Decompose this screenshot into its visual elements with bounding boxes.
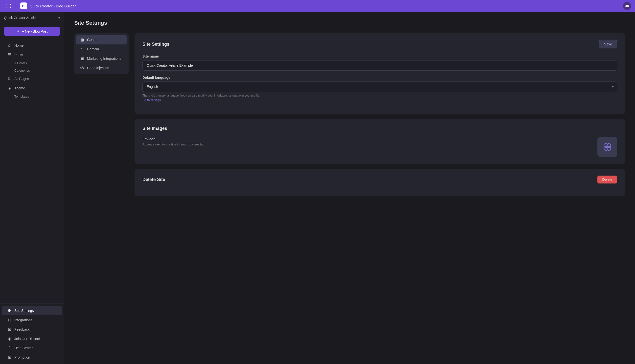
site-images-title: Site Images <box>142 126 167 131</box>
site-settings-panel: Site Settings Save Site name Default lan… <box>134 33 625 114</box>
go-to-settings-link[interactable]: Go to settings <box>142 98 161 102</box>
sidebar-item-feedback[interactable]: ⊡ Feedback <box>2 325 62 334</box>
sidebar: Quick Creator Article... ▾ ＋ + New Blog … <box>0 12 64 364</box>
delete-site-panel: Delete Site Delete <box>134 169 625 196</box>
pages-icon: ⧉ <box>7 76 12 81</box>
general-icon: ▦ <box>80 38 85 42</box>
posts-icon: ☰ <box>7 52 12 57</box>
language-label: Default language <box>142 76 617 80</box>
discord-icon: ◉ <box>7 336 12 341</box>
help-icon: ? <box>7 346 12 350</box>
favicon-preview[interactable] <box>597 137 617 157</box>
project-selector[interactable]: Quick Creator Article... ▾ <box>0 12 64 24</box>
settings-nav-code-injection[interactable]: </> Code Injection <box>76 63 127 72</box>
sidebar-item-theme[interactable]: ◈ Theme <box>2 84 62 92</box>
home-icon: ⌂ <box>7 43 12 48</box>
code-icon: </> <box>80 66 85 70</box>
user-avatar[interactable]: an <box>623 2 631 10</box>
integrations-icon: ⊟ <box>7 318 12 322</box>
svg-point-3 <box>607 146 611 150</box>
sidebar-item-site-settings[interactable]: ⚙ Site Settings <box>2 306 62 315</box>
sidebar-item-templates[interactable]: Templates <box>2 93 62 100</box>
language-select-wrapper: English Spanish French German Chinese Ja… <box>142 82 617 92</box>
sidebar-item-help[interactable]: ? Help Center <box>2 344 62 352</box>
favicon-row: Favicon Appears next to the title in you… <box>142 137 617 157</box>
favicon-label: Favicon <box>142 137 205 141</box>
domain-icon: ⊕ <box>80 47 85 51</box>
project-name: Quick Creator Article... <box>4 16 39 20</box>
settings-nav-general[interactable]: ▦ General <box>76 35 127 44</box>
language-hint: The site's primary language. You can als… <box>142 93 617 102</box>
save-button[interactable]: Save <box>599 40 617 48</box>
settings-icon: ⚙ <box>7 308 12 313</box>
site-name-input[interactable] <box>142 60 617 71</box>
settings-panels: Site Settings Save Site name Default lan… <box>134 33 625 196</box>
settings-nav-marketing[interactable]: ▣ Marketing Integrations <box>76 54 127 63</box>
feedback-icon: ⊡ <box>7 327 12 332</box>
site-images-panel: Site Images Favicon Appears next to the … <box>134 119 625 164</box>
sidebar-item-posts[interactable]: ☰ Posts <box>2 50 62 59</box>
promotion-icon: ⊞ <box>7 355 12 360</box>
topnav: ⋮⋮⋮ B! Quick Creator - Blog Builder an <box>0 0 635 12</box>
page-title: Site Settings <box>74 20 625 26</box>
chevron-down-icon: ▾ <box>58 16 60 20</box>
language-group: Default language English Spanish French … <box>142 76 617 102</box>
app-logo: B! <box>20 2 27 10</box>
new-blog-post-button[interactable]: ＋ + New Blog Post <box>4 27 60 36</box>
delete-site-panel-header: Delete Site Delete <box>142 176 617 184</box>
settings-nav-domain[interactable]: ⊕ Domain <box>76 44 127 54</box>
sidebar-item-discord[interactable]: ◉ Join Our Discord <box>2 334 62 343</box>
language-select[interactable]: English Spanish French German Chinese Ja… <box>142 82 617 92</box>
favicon-description: Appears next to the title in your browse… <box>142 142 205 146</box>
sidebar-item-all-pages[interactable]: ⧉ All Pages <box>2 74 62 83</box>
main-content: Site Settings ▦ General ⊕ Domain ▣ Marke… <box>64 12 635 364</box>
grid-icon[interactable]: ⋮⋮⋮ <box>4 3 17 9</box>
site-settings-title: Site Settings <box>142 42 169 47</box>
sidebar-item-home[interactable]: ⌂ Home <box>2 41 62 50</box>
site-name-label: Site name <box>142 54 617 58</box>
theme-icon: ◈ <box>7 86 12 90</box>
site-settings-panel-header: Site Settings Save <box>142 40 617 48</box>
sidebar-item-categories[interactable]: Categories <box>2 67 62 74</box>
marketing-icon: ▣ <box>80 56 85 61</box>
delete-site-title: Delete Site <box>142 177 165 182</box>
site-name-group: Site name <box>142 54 617 71</box>
sidebar-item-promotion[interactable]: ⊞ Promotion <box>2 353 62 362</box>
sidebar-item-all-posts[interactable]: All Posts <box>2 60 62 67</box>
favicon-icon <box>602 142 612 152</box>
site-images-panel-header: Site Images <box>142 126 617 131</box>
settings-subnav: ▦ General ⊕ Domain ▣ Marketing Integrati… <box>74 33 129 74</box>
sidebar-item-integrations[interactable]: ⊟ Integrations <box>2 315 62 324</box>
delete-button[interactable]: Delete <box>597 176 617 184</box>
app-title: Quick Creator - Blog Builder <box>30 4 623 8</box>
plus-icon: ＋ <box>17 29 20 34</box>
favicon-info: Favicon Appears next to the title in you… <box>142 137 205 146</box>
